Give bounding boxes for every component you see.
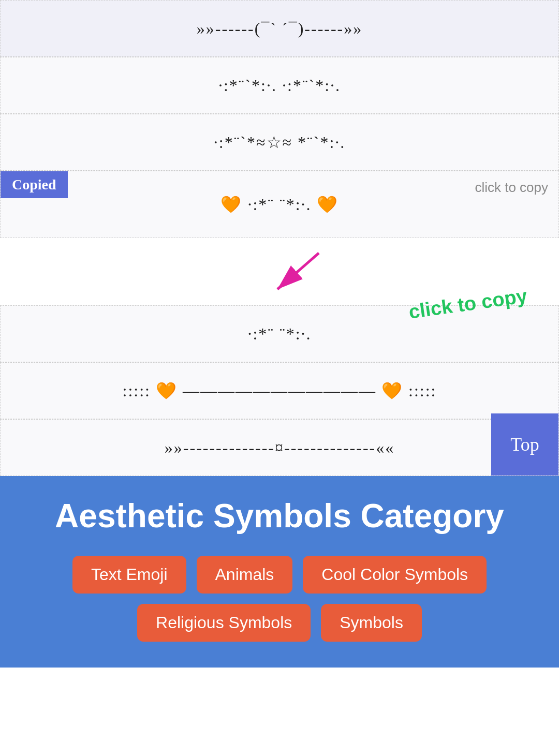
symbol-row[interactable]: ::::: 🧡 ——————————— 🧡 ::::: <box>0 362 559 419</box>
animals-button[interactable]: Animals <box>197 556 293 594</box>
symbol-text: »»------(¯` ´¯)------»» <box>197 19 363 38</box>
copied-symbol-row[interactable]: Copied click to copy 🧡 ·:*¨ ¨*:·. 🧡 clic… <box>0 171 559 238</box>
category-title: Aesthetic Symbols Category <box>16 497 543 535</box>
symbol-row[interactable]: »»------(¯` ´¯)------»» <box>0 0 559 57</box>
cool-color-button[interactable]: Cool Color Symbols <box>303 556 487 594</box>
symbol-text: »»--------------¤--------------«« <box>165 438 394 457</box>
symbol-row[interactable]: ·:*¨ ¨*:·. <box>0 305 559 362</box>
symbol-row[interactable]: ·:*¨`*≈☆≈ *¨`*:·. <box>0 114 559 171</box>
arrow-annotation <box>267 248 329 300</box>
copied-badge: Copied <box>1 171 68 198</box>
symbol-row[interactable]: ·:*¨`*:·. ·:*¨`*:·. <box>0 57 559 114</box>
click-to-copy-label: click to copy <box>475 180 548 196</box>
symbol-text: ·:*¨`*≈☆≈ *¨`*:·. <box>214 132 346 152</box>
symbol-row-with-top[interactable]: »»--------------¤--------------«« Top <box>0 419 559 476</box>
symbol-text: ·:*¨`*:·. ·:*¨`*:·. <box>218 76 341 95</box>
symbol-list: »»------(¯` ´¯)------»» ·:*¨`*:·. ·:*¨`*… <box>0 0 559 476</box>
symbol-text: ·:*¨ ¨*:·. <box>247 324 311 344</box>
text-emoji-button[interactable]: Text Emoji <box>72 556 186 594</box>
category-section: Aesthetic Symbols Category Text Emoji An… <box>0 476 559 668</box>
top-button[interactable]: Top <box>491 413 558 476</box>
religious-symbols-button[interactable]: Religious Symbols <box>137 604 311 642</box>
symbol-text: ::::: 🧡 ——————————— 🧡 ::::: <box>123 381 437 401</box>
symbol-text: 🧡 ·:*¨ ¨*:·. 🧡 <box>220 195 338 214</box>
svg-line-1 <box>277 253 319 289</box>
symbols-button[interactable]: Symbols <box>321 604 422 642</box>
category-buttons: Text Emoji Animals Cool Color Symbols Re… <box>16 556 543 642</box>
